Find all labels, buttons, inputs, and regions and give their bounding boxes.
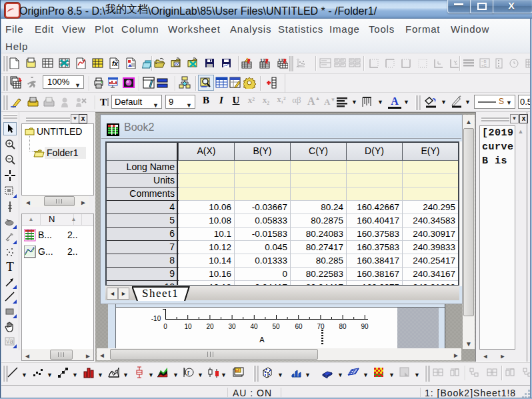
svg-text:90: 90 <box>361 323 369 330</box>
svg-text:0: 0 <box>163 323 167 330</box>
svg-text:30: 30 <box>228 323 236 330</box>
svg-text:-10: -10 <box>151 315 161 322</box>
svg-text:fx: fx <box>112 60 118 67</box>
svg-text:r: r <box>187 369 190 376</box>
svg-text:A: A <box>259 336 265 344</box>
svg-text:50: 50 <box>272 323 280 330</box>
svg-text:60: 60 <box>295 323 303 330</box>
svg-text:40: 40 <box>250 323 258 330</box>
svg-text:80: 80 <box>339 323 347 330</box>
svg-text:20: 20 <box>206 323 214 330</box>
svg-text:T: T <box>100 97 107 107</box>
svg-text:10: 10 <box>184 323 192 330</box>
svg-text:T: T <box>6 260 14 274</box>
svg-text:√a: √a <box>6 338 13 345</box>
svg-text:+C: +C <box>481 63 487 67</box>
